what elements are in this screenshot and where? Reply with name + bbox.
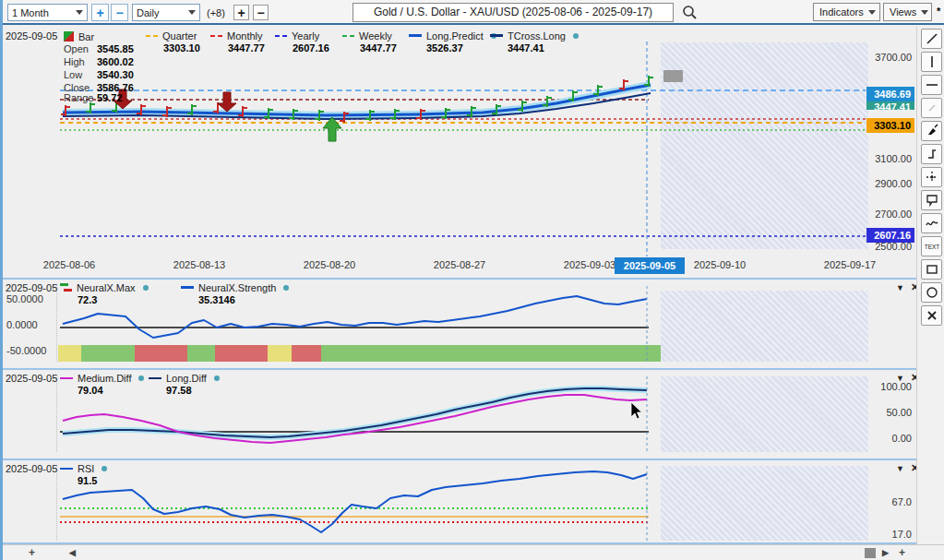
legend-value: 91.5: [60, 475, 107, 486]
wave-tool[interactable]: [921, 213, 942, 233]
legend-monthly[interactable]: Monthly 3447.77: [210, 30, 265, 54]
legend-value: 3303.10: [146, 42, 200, 54]
zoom-in-button[interactable]: +: [91, 4, 109, 21]
selected-date-badge: 2025-09-05: [615, 257, 685, 274]
tcross-long-line: [63, 93, 651, 119]
legend-neuralx-max[interactable]: NeuralX.Max 72.3: [60, 281, 149, 305]
marker-tool[interactable]: [921, 121, 942, 141]
interval-select[interactable]: Daily: [132, 4, 200, 21]
legend-rsi[interactable]: RSI 91.5: [60, 462, 107, 486]
neuralx-strength-line: [63, 296, 647, 338]
y-axis-label: -50.0000: [6, 345, 46, 356]
monthly-line-icon: [210, 35, 222, 37]
rsi-cursor-date: 2025-09-05: [6, 463, 57, 474]
legend-label: Medium.Diff: [78, 373, 131, 384]
x-axis-label: 2025-08-06: [28, 259, 111, 270]
delete-tool[interactable]: [921, 305, 942, 326]
vertical-line-tool[interactable]: [921, 52, 942, 72]
y-axis-label: 0.0000: [6, 319, 38, 330]
trendline-tool[interactable]: [921, 29, 942, 49]
panel-divider[interactable]: [3, 368, 916, 370]
x-axis-label: 2025-09-17: [808, 259, 891, 270]
heatmap-segment: [321, 345, 661, 362]
future-region-neuralx: [661, 291, 868, 362]
y-axis-label: 67.0: [859, 496, 912, 507]
info-dot-icon[interactable]: [214, 375, 220, 381]
scroll-add-left-button[interactable]: +: [29, 546, 35, 559]
x-axis-label: 2025-08-27: [418, 259, 501, 270]
trading-app-window: 1 Month + − Daily (+8) + − Gold / U.S. D…: [0, 0, 944, 560]
axis-divider: [56, 284, 57, 362]
ellipse-tool[interactable]: [921, 282, 942, 303]
remove-bars-button[interactable]: −: [253, 5, 269, 20]
legend-yearly[interactable]: Yearly 2607.16: [275, 30, 329, 54]
long-predict-line: [63, 85, 651, 115]
heatmap-segment: [215, 345, 268, 362]
legend-quarter[interactable]: Quarter 3303.10: [146, 30, 200, 54]
neuralx-max-icon: [60, 283, 72, 292]
legend-value: 97.58: [149, 385, 220, 396]
legend-value: 79.04: [60, 385, 144, 396]
plus-icon: +: [237, 6, 245, 20]
polyline-tool[interactable]: [921, 144, 942, 164]
legend-long-predict[interactable]: Long.Predict 3526.37: [409, 30, 496, 54]
y-axis-label: 0.00: [859, 433, 912, 444]
search-icon[interactable]: [682, 5, 698, 20]
range-select[interactable]: 1 Month: [7, 4, 88, 21]
heatmap-segment: [58, 345, 81, 362]
legend-label: Long.Diff: [166, 373, 207, 384]
neuralx-strength-line-icon: [181, 286, 194, 289]
legend-neuralx-strength[interactable]: NeuralX.Strength 35.3146: [181, 281, 289, 305]
text-tool[interactable]: TEXT: [921, 236, 942, 256]
horizontal-line-tool[interactable]: [921, 75, 942, 95]
collapse-panel-icon[interactable]: ▼: [896, 464, 904, 473]
legend-medium-diff[interactable]: Medium.Diff 79.04: [60, 372, 144, 396]
collapse-panel-icon[interactable]: ▼: [896, 283, 904, 292]
info-dot-icon[interactable]: [138, 375, 144, 381]
long-predict-line-icon: [409, 34, 422, 37]
legend-tcross-long[interactable]: TCross.Long 3447.41: [490, 30, 579, 54]
legend-value: 35.3146: [181, 294, 289, 305]
medium-diff-line-icon: [60, 377, 73, 379]
scroll-right-icon[interactable]: ▶: [882, 548, 889, 557]
views-button-label: Views: [890, 6, 916, 18]
range-select-value: 1 Month: [12, 7, 49, 18]
price-badge-predict: 3486.69: [866, 87, 914, 101]
weekly-line-icon: [342, 35, 354, 37]
scrollbar-thumb[interactable]: [865, 548, 876, 558]
legend-long-diff[interactable]: Long.Diff 97.58: [149, 372, 220, 396]
move-tool[interactable]: [921, 167, 942, 187]
long-diff-line-icon: [149, 377, 161, 379]
y-axis-label: 2900.00: [859, 178, 912, 189]
tcross-long-line-icon: [490, 34, 503, 37]
symbol-title-input[interactable]: Gold / U.S. Dollar - XAU/USD (2025-08-06…: [353, 3, 674, 22]
info-dot-icon[interactable]: [143, 285, 149, 291]
zoom-out-button[interactable]: −: [111, 4, 128, 21]
callout-tool[interactable]: [921, 190, 942, 210]
panel-divider[interactable]: [3, 278, 916, 280]
medium-diff-line: [63, 395, 647, 443]
indicators-button[interactable]: Indicators: [813, 3, 880, 21]
scroll-add-right-button[interactable]: +: [899, 546, 905, 559]
info-dot-icon[interactable]: [283, 285, 289, 291]
indicators-button-label: Indicators: [819, 6, 864, 18]
scroll-left-icon[interactable]: ◀: [69, 548, 76, 557]
neuralx-cursor-date: 2025-09-05: [6, 282, 57, 293]
plus-icon: +: [96, 6, 103, 20]
views-button[interactable]: Views: [883, 3, 932, 21]
y-axis-label: 50.00: [859, 407, 912, 418]
horizontal-scrollbar[interactable]: + ◀ ▶ +: [3, 544, 944, 560]
legend-label: NeuralX.Strength: [198, 282, 276, 293]
future-region-diff: [661, 376, 868, 452]
legend-label: TCross.Long: [508, 30, 566, 42]
rectangle-tool[interactable]: [921, 259, 942, 280]
panel-divider[interactable]: [3, 459, 916, 460]
info-dot-icon[interactable]: [573, 33, 579, 39]
legend-bar: Bar: [64, 30, 94, 42]
add-bars-button[interactable]: +: [233, 5, 249, 20]
chevron-down-icon: [921, 10, 928, 15]
collapse-panel-icon[interactable]: ▼: [896, 374, 904, 383]
info-dot-icon[interactable]: [102, 466, 107, 471]
trendline-disabled-tool: [921, 98, 942, 118]
legend-weekly[interactable]: Weekly 3447.77: [342, 30, 397, 54]
